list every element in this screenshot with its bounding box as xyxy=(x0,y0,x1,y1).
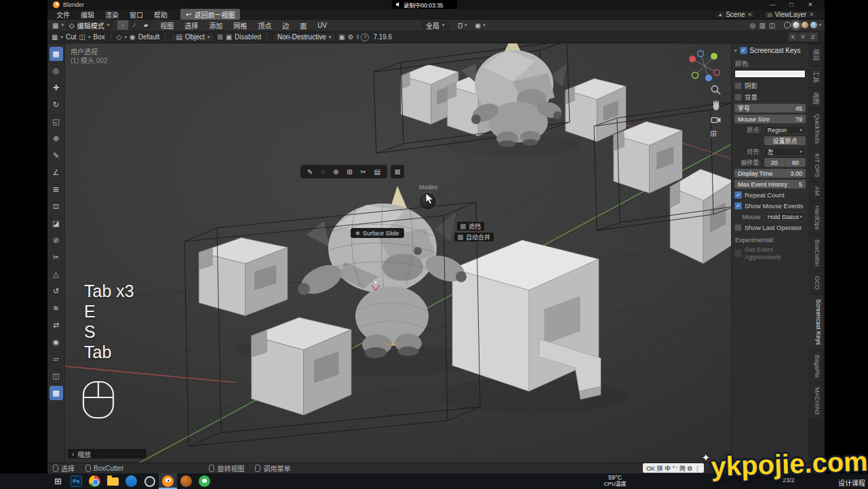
tool-loopcut[interactable]: ⊘ xyxy=(50,233,63,248)
mirror-z-button[interactable]: Z xyxy=(808,33,818,41)
tab-machin3[interactable]: MACHIN3 xyxy=(808,383,822,419)
align-dropdown[interactable]: 左 ▾ xyxy=(764,147,806,156)
pause-icon[interactable]: ‖ xyxy=(357,34,359,41)
operator-redo-panel[interactable]: › 缩放 xyxy=(68,449,146,458)
panel-collapse-icon[interactable]: ▾ xyxy=(734,48,737,54)
max-history-slider[interactable]: Max Event History 5 xyxy=(734,180,806,189)
mode-dropdown[interactable]: ◇ 编辑模式 ▾ xyxy=(65,20,113,30)
mini-mesh-icon[interactable]: ▤ xyxy=(374,168,380,176)
taskbar-chrome[interactable] xyxy=(85,473,104,489)
tab-screencast-keys[interactable]: Screencast Keys xyxy=(808,295,823,349)
navigation-gizmo[interactable] xyxy=(684,45,725,86)
mouse-size-slider[interactable]: Mouse Size 79 xyxy=(734,115,806,123)
tab-boxcutter[interactable]: BoxCutter xyxy=(808,235,822,271)
active-tool-icon[interactable]: ▦ xyxy=(52,33,58,41)
offset-x-field[interactable]: 20 xyxy=(764,158,785,167)
menu-edge[interactable]: 边 xyxy=(277,20,294,31)
mini-grid-icon[interactable]: ⊞ xyxy=(347,168,352,176)
tab-ocd[interactable]: OCD xyxy=(808,272,822,294)
tool-spin[interactable]: ↺ xyxy=(50,284,63,298)
mirror-x-button[interactable]: X xyxy=(788,33,797,41)
tool-annotate[interactable]: ✎ xyxy=(50,149,63,163)
object-dropdown[interactable]: ▤ Object ▾ xyxy=(171,33,214,42)
tool-shrink-fatten[interactable]: ◉ xyxy=(50,335,63,349)
menu-face[interactable]: 面 xyxy=(295,20,311,31)
menu-uv[interactable]: UV xyxy=(313,22,332,29)
tab-kitops[interactable]: KIT OPS xyxy=(808,149,822,181)
tool-inset[interactable]: ⊡ xyxy=(50,199,63,214)
mini-annotate-icon[interactable]: ✎ xyxy=(307,168,313,176)
shape-icon[interactable]: ◫ xyxy=(79,33,85,41)
cut-label[interactable]: Cut xyxy=(66,33,77,41)
maximize-button[interactable]: □ xyxy=(787,1,796,8)
occlude-popup[interactable]: 遮挡 xyxy=(457,222,484,231)
camera-view-icon[interactable] xyxy=(710,114,722,126)
tab-bagapie[interactable]: BagaPie xyxy=(808,351,822,382)
mini-cursor-icon[interactable]: ◌ xyxy=(321,168,325,176)
display-time-slider[interactable]: Display Time 3.00 xyxy=(734,169,806,178)
taskbar-app-orange[interactable] xyxy=(177,473,195,489)
taskbar-obs[interactable] xyxy=(140,473,159,489)
offset-y-field[interactable]: 80 xyxy=(785,158,806,167)
tab-hardops[interactable]: HardOps xyxy=(808,201,822,234)
box-label[interactable]: Box xyxy=(94,33,105,41)
tool-rotate[interactable]: ↻ xyxy=(50,98,63,112)
automerge-popup[interactable]: 自动合并 xyxy=(454,233,494,241)
tool-shear[interactable]: ▱ xyxy=(50,352,63,366)
wireframe-shading-icon[interactable] xyxy=(784,22,791,28)
set-origin-button[interactable]: 设置原点 xyxy=(764,136,806,145)
tab-item[interactable]: 项目 xyxy=(808,45,822,65)
tool-edge-slide[interactable]: ⇄ xyxy=(50,318,63,332)
taskbar-explorer[interactable] xyxy=(104,473,122,489)
viewlayer-remove-icon[interactable]: ✕ xyxy=(809,12,814,18)
editor-type-icon[interactable]: ▦ xyxy=(51,22,60,29)
scene-unlink-icon[interactable]: ✕ xyxy=(748,12,753,18)
tool-cursor[interactable]: ◎ xyxy=(50,64,63,78)
menu-edit[interactable]: 编辑 xyxy=(76,9,99,20)
align-option-icon[interactable]: ▣ xyxy=(226,33,232,41)
tool-measure[interactable]: ∠ xyxy=(50,165,63,180)
menu-render[interactable]: 渲染 xyxy=(100,9,123,20)
mini-extra-button[interactable]: ⊠ xyxy=(391,165,404,178)
taskbar-app-green[interactable] xyxy=(195,473,214,489)
menu-add[interactable]: 添加 xyxy=(204,20,227,31)
show-overlays-icon[interactable]: ▥ xyxy=(758,22,767,29)
pan-hand-icon[interactable] xyxy=(710,99,722,111)
toggle-xray-icon[interactable]: ◫ xyxy=(768,22,776,29)
color-swatch[interactable] xyxy=(734,70,806,78)
brush-name[interactable]: Default xyxy=(138,33,160,41)
repeat-count-checkbox[interactable]: ✓ xyxy=(734,191,742,199)
tool-transform[interactable]: ⊕ xyxy=(50,132,63,146)
transform-orientation-dropdown[interactable]: 全局 ▾ xyxy=(421,20,450,30)
taskbar-blender[interactable] xyxy=(159,473,177,489)
taskbar-photoshop[interactable]: Ps xyxy=(67,473,85,489)
back-to-previous-view-button[interactable]: ↩ 返回前一视图 xyxy=(180,9,240,20)
tab-view[interactable]: 视图 xyxy=(808,88,822,109)
zoom-icon[interactable] xyxy=(710,84,722,96)
tool-move[interactable]: ✚ xyxy=(50,81,63,95)
show-last-operator-checkbox[interactable] xyxy=(734,224,742,231)
screencast-enable-checkbox[interactable]: ✓ xyxy=(740,47,747,54)
snap-magnet-icon[interactable]: Ω xyxy=(456,22,464,29)
mouse-display-dropdown[interactable]: Hold Status ▾ xyxy=(764,212,806,221)
menu-vertex[interactable]: 顶点 xyxy=(253,20,276,31)
close-button[interactable]: ✕ xyxy=(806,1,815,8)
settings-gear-icon[interactable]: ⚙ xyxy=(348,33,354,41)
menu-window[interactable]: 窗口 xyxy=(125,9,148,20)
tool-extrude[interactable]: ⊞ xyxy=(50,182,63,197)
tool-bevel[interactable]: ◪ xyxy=(50,216,63,231)
start-button[interactable]: ⊞ xyxy=(49,473,67,489)
edge-select-button[interactable]: ∕ xyxy=(129,20,140,30)
tool-knife[interactable]: ✂ xyxy=(50,250,63,265)
menu-help[interactable]: 帮助 xyxy=(149,9,172,20)
help-icon[interactable]: ? xyxy=(361,33,369,41)
show-gizmo-icon[interactable]: ◎ xyxy=(749,22,757,29)
snap-state-label[interactable]: Disabled xyxy=(235,33,261,41)
snap-chevron-icon[interactable]: ▾ xyxy=(465,22,467,28)
taskbar-app-blue[interactable] xyxy=(122,473,140,489)
shading-chevron-icon[interactable]: ▾ xyxy=(818,22,821,28)
tool-select-box[interactable]: ▦ xyxy=(50,47,63,61)
menu-view[interactable]: 视图 xyxy=(155,20,178,31)
proportional-editing-icon[interactable]: ◉ xyxy=(474,22,483,29)
font-size-slider[interactable]: 字号 45 xyxy=(734,104,806,113)
